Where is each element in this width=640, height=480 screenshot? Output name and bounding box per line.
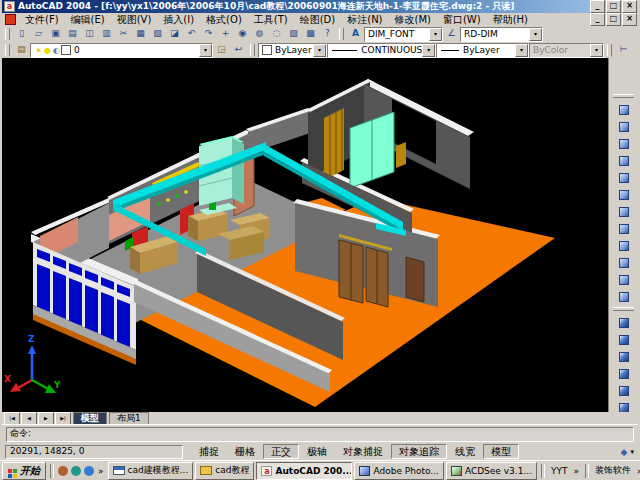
taskbar-task-button[interactable]: a AutoCAD 200...	[256, 462, 352, 480]
menu-item[interactable]: 帮助(H)	[487, 13, 534, 27]
hidden-icon[interactable]	[613, 348, 634, 365]
dim-edit-icon[interactable]: ⊢	[615, 42, 632, 58]
dim-style-combo[interactable]: RD-DIM ▾	[460, 27, 543, 42]
toolbar-grip[interactable]	[5, 44, 10, 56]
status-toggle[interactable]: 栅格	[227, 444, 263, 459]
layer-on-icon[interactable]: ☀	[34, 46, 43, 55]
desk-band-chevron[interactable]: »	[635, 466, 640, 476]
taskbar-task-button[interactable]: Adobe Photo...	[354, 462, 443, 480]
help-icon[interactable]: ?	[319, 26, 336, 42]
menu-item[interactable]: 工具(T)	[248, 13, 294, 27]
cut-icon[interactable]: ✂	[115, 26, 132, 42]
status-toggle[interactable]: 对象追踪	[391, 444, 447, 459]
dim-style-icon[interactable]: ∠	[443, 26, 460, 42]
color-combo[interactable]: ByLayer ▾	[258, 43, 327, 58]
status-toggle[interactable]: 捕捉	[191, 444, 227, 459]
chevron-down-icon[interactable]: ▾	[422, 44, 435, 57]
back-view-icon[interactable]	[613, 203, 634, 220]
zoom-window-icon[interactable]: ◍	[251, 26, 268, 42]
drawing-canvas[interactable]: Z X Y	[2, 58, 609, 412]
layout-tab[interactable]: 模型	[73, 412, 107, 424]
designcenter-icon[interactable]: ▩	[302, 26, 319, 42]
lineweight-combo[interactable]: ByLayer ▾	[436, 43, 529, 58]
language-band-chevron[interactable]: »	[572, 466, 582, 476]
tab-nav-button[interactable]: ◀	[21, 412, 37, 425]
ne-isometric-icon[interactable]	[613, 254, 634, 271]
toolbar-grip[interactable]	[613, 94, 634, 98]
layer-manager-icon[interactable]: ▤	[13, 42, 30, 58]
plot-preview-icon[interactable]: ◫	[81, 26, 98, 42]
sw-isometric-icon[interactable]	[613, 220, 634, 237]
gouraud-shaded-icon[interactable]	[613, 382, 634, 399]
status-toggle[interactable]: 模型	[483, 444, 519, 459]
front-view-icon[interactable]	[613, 186, 634, 203]
chevron-down-icon[interactable]: ▾	[429, 28, 442, 41]
close-button[interactable]: ×	[622, 0, 637, 13]
named-views-icon[interactable]	[613, 101, 634, 118]
layer-previous-icon[interactable]: ↩	[230, 42, 247, 58]
top-view-icon[interactable]	[613, 118, 634, 135]
document-icon[interactable]	[5, 14, 16, 25]
menu-item[interactable]: 窗口(W)	[437, 13, 487, 27]
menu-item[interactable]: 文件(F)	[19, 13, 65, 27]
zoom-realtime-icon[interactable]: ◉	[234, 26, 251, 42]
status-toggle[interactable]: 正交	[263, 444, 299, 459]
menu-item[interactable]: 标注(N)	[341, 13, 388, 27]
menu-item[interactable]: 视图(V)	[111, 13, 158, 27]
menu-item[interactable]: 格式(O)	[200, 13, 248, 27]
doc-minimize-button[interactable]: _	[590, 13, 605, 26]
paste-icon[interactable]: ▧	[149, 26, 166, 42]
layer-lock-icon[interactable]: ◐	[52, 46, 61, 55]
left-view-icon[interactable]	[613, 152, 634, 169]
tab-nav-button[interactable]: ▶|	[55, 412, 71, 425]
make-object-layer-current-icon[interactable]: ◲	[213, 42, 230, 58]
plot-icon[interactable]: ▤	[64, 26, 81, 42]
doc-close-button[interactable]: ×	[622, 13, 637, 26]
match-properties-icon[interactable]: ◪	[166, 26, 183, 42]
save-icon[interactable]: ▣	[47, 26, 64, 42]
flat-shaded-icon[interactable]	[613, 365, 634, 382]
zoom-previous-icon[interactable]: ◌	[268, 26, 285, 42]
status-toggle[interactable]: 极轴	[299, 444, 335, 459]
communication-center-icon[interactable]: ◆	[621, 447, 628, 457]
text-style-combo[interactable]: DIM_FONT ▾	[364, 27, 443, 42]
chevron-down-icon[interactable]: ▾	[313, 44, 326, 57]
redo-icon[interactable]: ↷	[200, 26, 217, 42]
menu-item[interactable]: 插入(I)	[157, 13, 200, 27]
menu-item[interactable]: 编辑(E)	[65, 13, 111, 27]
taskbar-task-button[interactable]: cad建模教程...	[108, 462, 194, 480]
copy-icon[interactable]: ▦	[132, 26, 149, 42]
toolbar-grip[interactable]	[339, 28, 344, 40]
minimize-button[interactable]: _	[590, 0, 605, 13]
taskbar-task-button[interactable]: ACDSee v3.1...	[446, 462, 537, 480]
desk-band[interactable]: 装饰软件	[593, 464, 633, 477]
linetype-combo[interactable]: CONTINUOUS ▾	[327, 43, 436, 58]
chevron-down-icon[interactable]: ▾	[199, 44, 212, 57]
layout-tab[interactable]: 布局1	[109, 412, 149, 424]
quick-launch-icon-3[interactable]	[84, 466, 94, 476]
language-band[interactable]: YYT	[549, 466, 570, 476]
tab-nav-button[interactable]: |◀	[4, 412, 20, 425]
doc-restore-button[interactable]: □	[606, 13, 621, 26]
properties-icon[interactable]: ▨	[285, 26, 302, 42]
chevron-down-icon[interactable]: ▾	[515, 44, 528, 57]
toolbar-grip[interactable]	[607, 44, 612, 56]
layer-combo[interactable]: ☀ ● ◐ 0 ▾	[30, 43, 213, 58]
new-icon[interactable]: ▯	[13, 26, 30, 42]
pan-icon[interactable]: +	[217, 26, 234, 42]
publish-icon[interactable]: ▥	[98, 26, 115, 42]
command-input[interactable]: 命令:	[6, 427, 634, 442]
right-view-icon[interactable]	[613, 169, 634, 186]
2d-wireframe-icon[interactable]	[613, 314, 634, 331]
toolbar-grip[interactable]	[250, 44, 255, 56]
layer-freeze-icon[interactable]: ●	[43, 46, 52, 55]
toolbar-grip[interactable]	[613, 307, 634, 311]
se-isometric-icon[interactable]	[613, 237, 634, 254]
text-style-icon[interactable]: A	[347, 26, 364, 42]
quick-launch-icon-1[interactable]	[58, 466, 68, 476]
menu-item[interactable]: 修改(M)	[389, 13, 437, 27]
toolbar-grip[interactable]	[5, 28, 10, 40]
restore-button[interactable]: □	[606, 0, 621, 13]
camera-icon[interactable]	[613, 288, 634, 305]
bottom-view-icon[interactable]	[613, 135, 634, 152]
